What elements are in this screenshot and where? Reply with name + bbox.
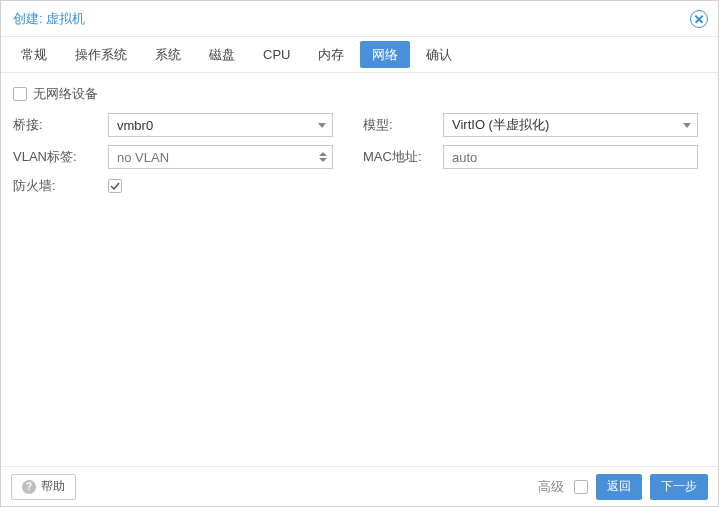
help-button[interactable]: ? 帮助 — [11, 474, 76, 500]
next-button[interactable]: 下一步 — [650, 474, 708, 500]
bridge-select[interactable] — [108, 113, 333, 137]
network-form: 桥接: 模型: VLAN标签: MAC地址: — [13, 113, 706, 195]
bridge-label: 桥接: — [13, 116, 108, 134]
no-network-label: 无网络设备 — [33, 85, 98, 103]
spinner-up-icon[interactable] — [319, 152, 327, 156]
tab-os[interactable]: 操作系统 — [63, 41, 139, 68]
vlan-input[interactable] — [115, 146, 310, 168]
model-select[interactable] — [443, 113, 698, 137]
mac-input[interactable] — [450, 146, 675, 168]
advanced-checkbox[interactable] — [574, 480, 588, 494]
tab-network[interactable]: 网络 — [360, 41, 410, 68]
chevron-down-icon[interactable] — [312, 114, 332, 136]
spinner-down-icon[interactable] — [319, 158, 327, 162]
close-icon[interactable] — [690, 10, 708, 28]
mac-field[interactable] — [443, 145, 698, 169]
model-input[interactable] — [450, 114, 675, 136]
vlan-field[interactable] — [108, 145, 333, 169]
tab-system[interactable]: 系统 — [143, 41, 193, 68]
firewall-checkbox[interactable] — [108, 179, 122, 193]
model-label: 模型: — [363, 116, 443, 134]
dialog-body: 无网络设备 桥接: 模型: VLAN标签: — [1, 73, 718, 466]
create-vm-dialog: 创建: 虚拟机 常规 操作系统 系统 磁盘 CPU 内存 网络 确认 无网络设备… — [0, 0, 719, 507]
help-icon: ? — [22, 480, 36, 494]
wizard-tabbar: 常规 操作系统 系统 磁盘 CPU 内存 网络 确认 — [1, 37, 718, 73]
dialog-title: 创建: 虚拟机 — [13, 10, 85, 28]
dialog-footer: ? 帮助 高级 返回 下一步 — [1, 466, 718, 506]
firewall-cell — [108, 179, 333, 194]
mac-label: MAC地址: — [363, 148, 443, 166]
bridge-input[interactable] — [115, 114, 310, 136]
advanced-label: 高级 — [538, 478, 564, 496]
tab-general[interactable]: 常规 — [9, 41, 59, 68]
back-button[interactable]: 返回 — [596, 474, 642, 500]
tab-memory[interactable]: 内存 — [306, 41, 356, 68]
next-label: 下一步 — [661, 478, 697, 495]
help-label: 帮助 — [41, 478, 65, 495]
no-network-row: 无网络设备 — [13, 85, 706, 103]
tab-cpu[interactable]: CPU — [251, 41, 302, 68]
tab-disk[interactable]: 磁盘 — [197, 41, 247, 68]
vlan-spinner[interactable] — [316, 146, 330, 168]
vlan-label: VLAN标签: — [13, 148, 108, 166]
no-network-checkbox[interactable] — [13, 87, 27, 101]
chevron-down-icon[interactable] — [677, 114, 697, 136]
back-label: 返回 — [607, 478, 631, 495]
tab-confirm[interactable]: 确认 — [414, 41, 464, 68]
dialog-titlebar: 创建: 虚拟机 — [1, 1, 718, 37]
firewall-label: 防火墙: — [13, 177, 108, 195]
